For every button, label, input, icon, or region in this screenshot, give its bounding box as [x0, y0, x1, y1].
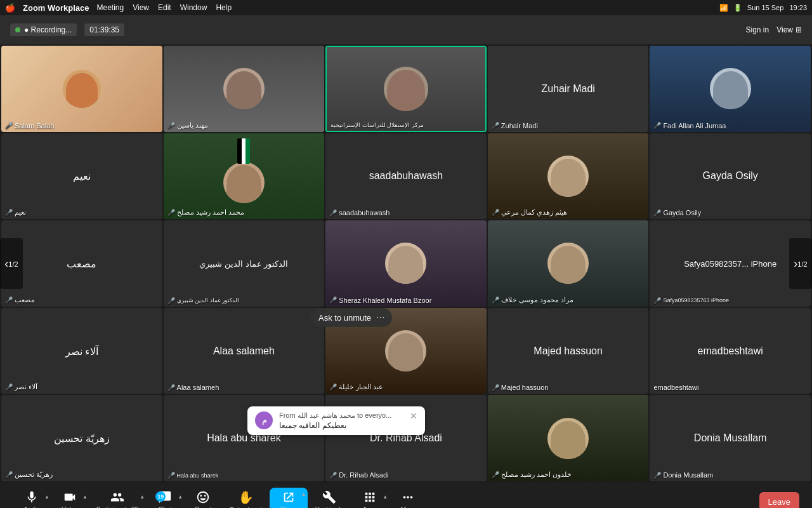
- chat-button[interactable]: 19 Chat ▲: [146, 490, 184, 508]
- page-nav-left: 1/2: [8, 260, 18, 268]
- menu-meeting[interactable]: Meeting: [97, 3, 124, 12]
- display-name-gayda: Gayda Osily: [703, 170, 758, 182]
- mute-icon: 🎤: [5, 471, 13, 478]
- chat-from: From محمد هاشم عبد الله to everyo...: [279, 411, 403, 420]
- cell-name-hala: 🎤 Hala abu sharek: [167, 472, 321, 479]
- zoom-top-bar: ● Recording... 01:39:35 Sign in View ⊞: [0, 15, 812, 44]
- grid-icon: ⊞: [796, 25, 802, 34]
- chat-close-button[interactable]: ✕: [410, 411, 417, 420]
- host-tools-button[interactable]: Host tools: [308, 490, 351, 508]
- mute-icon: 🎤: [492, 209, 499, 216]
- mute-icon: 🎤: [167, 209, 175, 216]
- share-button[interactable]: Share ▲: [270, 488, 308, 508]
- video-cell-saad: saadabuhawash 🎤 saadabuhawash: [325, 133, 487, 220]
- mute-icon: 🎤: [492, 471, 499, 478]
- display-name-alaa-nasr: آلاء نصر: [65, 345, 98, 357]
- apple-logo: 🍎: [5, 3, 15, 13]
- ask-unmute-label[interactable]: Ask to unmute: [318, 313, 371, 323]
- prev-page-button[interactable]: ‹ 1/2: [0, 238, 23, 289]
- video-cell-fadi: 🎤 Fadi Allan Ali Jumaa: [650, 46, 811, 132]
- video-cell-musab: مصعب 🎤 مصعب: [1, 220, 162, 307]
- apps-expand-arrow[interactable]: ▲: [383, 494, 388, 500]
- raise-hand-button[interactable]: ✋ Raise hand: [222, 490, 270, 508]
- mute-icon: 🎤: [653, 472, 661, 479]
- next-page-button[interactable]: › 1/2: [789, 238, 812, 289]
- cell-name-rihab: 🎤 Dr. Rihab Alsadi: [329, 471, 483, 479]
- sign-in-button[interactable]: Sign in: [746, 25, 769, 34]
- menu-items: Meeting View Edit Window Help: [97, 3, 232, 12]
- cell-name-naem: 🎤 نعيم: [5, 208, 159, 217]
- apps-icon: [363, 490, 377, 504]
- video-button[interactable]: Video ▲: [51, 490, 89, 508]
- cell-name-alaa-nasr: 🎤 آلاء نصر: [5, 383, 159, 391]
- cell-name-alaa-salameh: 🎤 Alaa salameh: [167, 384, 321, 391]
- mute-icon: 🎤: [329, 384, 337, 391]
- mute-icon: 🎤: [329, 472, 337, 479]
- video-cell-emad: الدكتور عماد الدين شبيري 🎤 الدكتور عماد …: [164, 220, 325, 307]
- ask-unmute-dots[interactable]: ···: [376, 312, 384, 323]
- share-expand-arrow[interactable]: ▲: [301, 491, 306, 497]
- video-cell-markaz: مركز الإستقلال للدراسات الإستراتيجية: [325, 46, 487, 132]
- display-name-majed: Majed hassuon: [534, 345, 603, 357]
- mute-icon: 🎤: [653, 297, 661, 304]
- menu-date-time: Sun 15 Sep 19:23: [747, 4, 807, 11]
- menu-help[interactable]: Help: [216, 3, 232, 12]
- menu-edit[interactable]: Edit: [158, 3, 171, 12]
- cell-name-mohanad: 🎤 مهند ياسين: [167, 121, 321, 130]
- react-button[interactable]: React: [184, 490, 222, 508]
- chat-notification: م From محمد هاشم عبد الله to everyo... ي…: [247, 406, 425, 435]
- menu-window[interactable]: Window: [180, 3, 207, 12]
- meeting-timer: 01:39:35: [84, 23, 124, 36]
- cell-name-safya: 🎤 Safya0598235763 iPhone: [653, 297, 807, 304]
- video-expand-arrow[interactable]: ▲: [82, 494, 88, 500]
- participants-icon: [110, 490, 124, 504]
- chat-expand-arrow[interactable]: ▲: [178, 494, 183, 500]
- video-cell-murad: 🎤 مراد محمود موسى خلاف: [488, 220, 649, 307]
- menu-bar-right: 📶 🔋 Sun 15 Sep 19:23: [719, 4, 807, 12]
- video-cell-alaa-salameh: Alaa salameh 🎤 Alaa salameh: [164, 308, 325, 394]
- recording-dot: [15, 27, 20, 32]
- display-name-musab: مصعب: [67, 257, 96, 269]
- video-cell-mohanad: 🎤 مهند ياسين: [164, 46, 325, 132]
- menu-view[interactable]: View: [133, 3, 149, 12]
- recording-badge: ● Recording...: [10, 23, 77, 36]
- display-name-saad: saadabuhawash: [369, 170, 443, 182]
- video-cell-haitham: 🎤 هيثم زهدي كمال مرعي: [488, 133, 649, 220]
- chat-message: يعطيكم العافيه جميعا: [279, 421, 403, 430]
- mute-icon: 🎤: [167, 472, 175, 479]
- menu-bar-left: 🍎 Zoom Workplace Meeting View Edit Windo…: [5, 3, 232, 13]
- mute-icon: 🎤: [329, 210, 337, 217]
- video-cell-sheraz: 🎤 Sheraz Khaled Mustafa Bzoor: [325, 220, 487, 307]
- more-button[interactable]: More: [389, 490, 427, 508]
- display-name-zahria: زهريّة تحسين: [54, 432, 109, 444]
- audio-expand-arrow[interactable]: ▲: [44, 494, 49, 500]
- chat-content: From محمد هاشم عبد الله to everyo... يعط…: [279, 411, 403, 430]
- video-cell-khaldoon: 🎤 خلدون احمد رشيد مصلح: [488, 395, 649, 481]
- chat-icon: 19: [158, 490, 172, 504]
- video-cell-gayda: Gayda Osily 🎤 Gayda Osily: [650, 133, 811, 220]
- cell-name-murad: 🎤 مراد محمود موسى خلاف: [492, 296, 645, 304]
- audio-button[interactable]: Audio ▲: [13, 490, 51, 508]
- cell-name-sheraz: 🎤 Sheraz Khaled Mustafa Bzoor: [329, 297, 483, 304]
- cell-name-mohammad: 🎤 محمد احمد رشيد مصلح: [167, 208, 321, 217]
- video-cell-zuhair: Zuhair Madi 🎤 Zuhair Madi: [488, 46, 649, 132]
- display-name-naem: نعيم: [73, 170, 91, 182]
- participants-button[interactable]: Participants 29 ▲: [89, 490, 146, 508]
- apps-button[interactable]: Apps ▲: [351, 490, 389, 508]
- mute-icon: 🎤: [5, 297, 13, 304]
- cell-name-zahria: 🎤 زهريّة تحسين: [5, 471, 159, 479]
- mute-icon: 🎤: [653, 210, 661, 217]
- video-container: ‹ 1/2 › 1/2 🎤 Salam Salah: [0, 44, 812, 483]
- view-button[interactable]: View ⊞: [776, 25, 802, 34]
- cell-name-salam: 🎤 Salam Salah: [5, 122, 159, 130]
- mute-icon: 🎤: [5, 209, 13, 216]
- display-name-emad: الدكتور عماد الدين شبيري: [199, 258, 288, 268]
- leave-button[interactable]: Leave: [759, 492, 799, 509]
- participants-expand-arrow[interactable]: ▲: [140, 494, 145, 500]
- host-tools-icon: [322, 490, 336, 504]
- cell-name-saad: 🎤 saadabuhawash: [329, 209, 483, 217]
- mute-icon: 🎤: [167, 297, 175, 304]
- menu-bar: 🍎 Zoom Workplace Meeting View Edit Windo…: [0, 0, 812, 15]
- page-nav-right: 1/2: [797, 260, 807, 268]
- recording-label: ● Recording...: [24, 25, 72, 34]
